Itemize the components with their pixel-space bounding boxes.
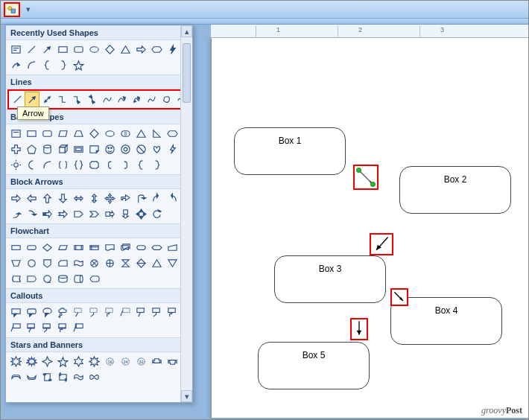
flow-alt-process[interactable] [25, 241, 39, 255]
flow-connector[interactable] [25, 256, 39, 270]
shape-double-bracket[interactable] [56, 158, 70, 172]
arrow-circular[interactable] [150, 207, 164, 221]
callout-border4[interactable] [72, 321, 86, 335]
arrow-striped[interactable] [40, 207, 54, 221]
shape-smiley[interactable] [103, 142, 117, 156]
shape-textbox[interactable] [9, 127, 23, 141]
flow-extract[interactable] [150, 256, 164, 270]
flow-sort[interactable] [134, 256, 148, 270]
callout-line3[interactable] [103, 305, 117, 319]
flow-tape[interactable] [72, 256, 86, 270]
flow-data[interactable] [56, 241, 70, 255]
flow-merge[interactable] [165, 256, 180, 270]
shape-lightning[interactable] [165, 142, 180, 156]
star-16pt[interactable]: 16 [103, 354, 117, 369]
line-double-arrow[interactable] [40, 92, 54, 106]
flow-magnetic-disk[interactable] [56, 272, 70, 286]
flow-or[interactable] [103, 256, 117, 270]
shape-rounded-8[interactable]: 8 [118, 127, 133, 141]
line-freeform-open[interactable] [145, 92, 158, 106]
qat-customize-dropdown[interactable]: ▾ [25, 3, 32, 16]
callout-rect[interactable] [9, 305, 23, 319]
flow-process[interactable] [9, 241, 23, 255]
shape-rounded-rect[interactable] [72, 42, 86, 57]
line-straight[interactable] [10, 92, 24, 106]
shape-plaque[interactable] [87, 158, 101, 172]
flow-stored-data[interactable] [9, 272, 23, 286]
line-arrow[interactable] [25, 92, 39, 106]
document-page[interactable]: Box 1 Box 2 Box 3 Box 4 Box 5 [211, 38, 528, 418]
scroll-down-button[interactable]: ▾ [181, 390, 192, 402]
arrow-bent[interactable] [118, 191, 133, 206]
line-elbow-double[interactable] [85, 92, 98, 106]
shape-can[interactable] [40, 142, 54, 156]
line-elbow-arrow[interactable] [70, 92, 83, 106]
flow-internal-storage[interactable] [87, 241, 101, 255]
flow-seq-storage[interactable] [40, 272, 54, 286]
arrow-chevron[interactable] [87, 207, 101, 221]
flow-card[interactable] [56, 256, 70, 270]
banner-ribbon-down[interactable] [165, 354, 180, 369]
star-explosion2[interactable] [25, 354, 39, 369]
scroll-thumb[interactable] [183, 43, 191, 103]
callout-accent4[interactable] [9, 321, 23, 335]
callout-oval[interactable] [40, 305, 54, 319]
connector-handle[interactable] [356, 168, 361, 173]
arrow-leftright[interactable] [72, 191, 86, 206]
callout-rounded[interactable] [25, 305, 39, 319]
arrow-curved-down[interactable] [25, 207, 39, 221]
star-explosion1[interactable] [9, 354, 23, 369]
shape-textbox[interactable] [9, 42, 23, 57]
shape-right-arrow[interactable] [134, 42, 148, 57]
arrow-curved-left[interactable] [165, 191, 180, 206]
arrow-up[interactable] [40, 191, 54, 206]
shape-star[interactable] [72, 58, 86, 72]
shape-arrow[interactable] [40, 42, 54, 57]
arrow-uturn[interactable] [134, 191, 148, 206]
banner-wave[interactable] [72, 370, 86, 384]
shape-box-5[interactable]: Box 5 [258, 342, 370, 389]
shape-parallelogram[interactable] [56, 127, 70, 141]
arrow-callout-down[interactable] [118, 207, 133, 221]
connector-arrow-2[interactable] [370, 233, 393, 255]
shape-donut[interactable] [118, 142, 133, 156]
shape-moon[interactable] [25, 158, 39, 172]
panel-scrollbar[interactable]: ▴ ▾ [180, 25, 192, 402]
connector-arrow-3[interactable] [390, 288, 408, 306]
callout-border3[interactable] [56, 321, 70, 335]
callout-accent2[interactable] [150, 305, 164, 319]
flow-delay[interactable] [25, 272, 39, 286]
star-8pt[interactable] [87, 354, 101, 369]
shape-arc[interactable] [40, 158, 54, 172]
star-6pt[interactable] [72, 354, 86, 369]
flow-terminator[interactable] [134, 241, 148, 255]
line-freeform-closed[interactable] [159, 92, 173, 106]
flow-display[interactable] [87, 272, 101, 286]
shape-heart[interactable] [150, 142, 164, 156]
shape-bevelled[interactable] [72, 142, 86, 156]
shape-right-triangle[interactable] [150, 127, 164, 141]
connector-handle[interactable] [370, 182, 376, 187]
arrow-quad[interactable] [103, 191, 117, 206]
shape-diamond[interactable] [87, 127, 101, 141]
arrow-curved-up[interactable] [9, 207, 23, 221]
shape-line[interactable] [25, 42, 39, 57]
shape-sun[interactable] [9, 158, 23, 172]
flow-preparation[interactable] [150, 241, 164, 255]
shape-lightning[interactable] [165, 42, 180, 57]
arrow-notched[interactable] [56, 207, 70, 221]
arrow-left[interactable] [25, 191, 39, 206]
banner-curved-down[interactable] [25, 370, 39, 384]
line-curve[interactable] [100, 92, 113, 106]
banner-ribbon-up[interactable] [150, 354, 164, 369]
flow-predefined[interactable] [72, 241, 86, 255]
star-32pt[interactable]: 32 [134, 354, 148, 369]
shape-right-brace[interactable] [150, 158, 164, 172]
scroll-up-button[interactable]: ▴ [181, 25, 192, 37]
shapes-dropdown-button[interactable] [4, 2, 20, 17]
flow-decision[interactable] [40, 241, 54, 255]
shape-curved-arrow[interactable] [9, 58, 23, 72]
callout-border2[interactable] [40, 321, 54, 335]
callout-line4[interactable] [118, 305, 133, 319]
shape-folded-corner[interactable] [87, 142, 101, 156]
